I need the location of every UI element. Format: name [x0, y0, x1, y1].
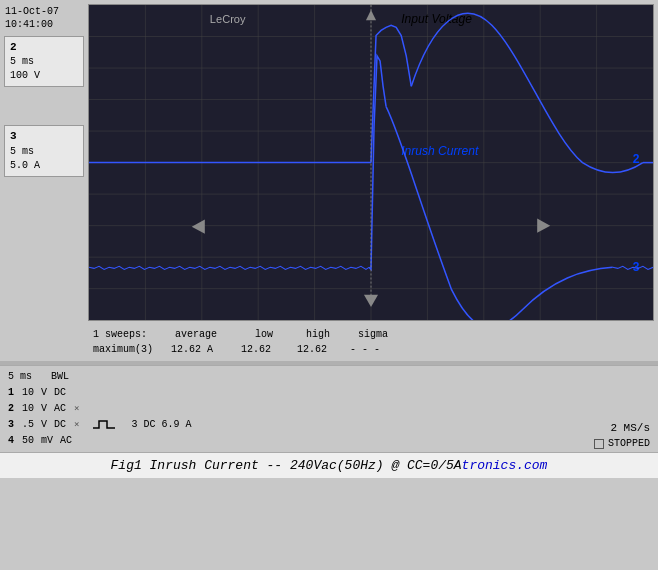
- ch3-ctrl-coupling: DC: [54, 417, 66, 433]
- ch3-ctrl-label: 3: [8, 417, 14, 433]
- ch2-row: 2 10 V AC ⨯: [8, 401, 192, 417]
- stats-row-label: maximum(3): [93, 342, 153, 357]
- ch2-timebase: 5 ms: [10, 55, 78, 69]
- scope-svg: LeCroy Input Voltage 2 Inrush Current 3: [89, 5, 653, 320]
- stopped-box: STOPPED: [594, 438, 650, 449]
- ch3-bwl-x: ⨯: [74, 418, 79, 432]
- ch4-ctrl-scale: 50: [22, 433, 34, 449]
- ch1-unit: V: [41, 385, 47, 401]
- ch3-scale: 5.0 A: [10, 159, 78, 173]
- ch3-dc-label: 3 DC 6.9 A: [131, 417, 191, 433]
- right-controls: 2 MS/s STOPPED: [594, 422, 650, 449]
- ch3-timebase: 5 ms: [10, 145, 78, 159]
- ch2-scale: 100 V: [10, 69, 78, 83]
- caption-section: Fig1 Inrush Current -- 240Vac(50Hz) @ CC…: [0, 452, 658, 478]
- ch2-box: 2 5 ms 100 V: [4, 36, 84, 87]
- ch4-ctrl-unit: mV: [41, 433, 53, 449]
- ch2-ctrl-unit: V: [41, 401, 47, 417]
- ch2-ctrl-coupling: AC: [54, 401, 66, 417]
- sweeps-label: 1 sweeps:: [93, 327, 147, 342]
- stats-avg-label: average: [175, 327, 217, 342]
- stats-avg-value: 12.62 A: [171, 342, 213, 357]
- stats-section: 1 sweeps: average low high sigma maximum…: [0, 323, 658, 361]
- main-container: 11-Oct-07 10:41:00 2 5 ms 100 V 3 5 ms 5…: [0, 0, 658, 570]
- ch2-ctrl-scale: 10: [22, 401, 34, 417]
- status-label: STOPPED: [608, 438, 650, 449]
- ch4-ctrl-coupling: AC: [60, 433, 72, 449]
- ch3-ctrl-unit: V: [41, 417, 47, 433]
- stats-low-label: low: [255, 327, 273, 342]
- ch1-label: 1: [8, 385, 14, 401]
- ch1-coupling: DC: [54, 385, 66, 401]
- stats-sigma-value: - - -: [350, 342, 380, 357]
- multi-controls: 5 ms BWL 1 10 V DC 2 10 V AC ⨯: [8, 369, 650, 449]
- sample-rate: 2 MS/s: [610, 422, 650, 434]
- ch3-ctrl-scale: .5: [22, 417, 34, 433]
- scope-display: LeCroy Input Voltage 2 Inrush Current 3: [88, 4, 654, 321]
- ch2-ctrl-label: 2: [8, 401, 14, 417]
- controls-section: 5 ms BWL 1 10 V DC 2 10 V AC ⨯: [0, 365, 658, 452]
- svg-text:Inrush Current: Inrush Current: [401, 144, 479, 158]
- stats-high-label: high: [306, 327, 330, 342]
- svg-text:LeCroy: LeCroy: [210, 13, 246, 25]
- ch3-row: 3 .5 V DC ⨯ 3 DC 6.9 A: [8, 417, 192, 433]
- square-wave-icon: [93, 418, 121, 432]
- ch3-number: 3: [10, 129, 78, 144]
- ch2-bwl-x: ⨯: [74, 402, 79, 416]
- ch1-scale: 10: [22, 385, 34, 401]
- left-controls: 5 ms BWL 1 10 V DC 2 10 V AC ⨯: [8, 369, 192, 449]
- ch3-box: 3 5 ms 5.0 A: [4, 125, 84, 176]
- date-display: 11-Oct-07: [5, 5, 83, 18]
- svg-text:2: 2: [633, 152, 640, 166]
- scope-section: 11-Oct-07 10:41:00 2 5 ms 100 V 3 5 ms 5…: [0, 0, 658, 323]
- time-display: 10:41:00: [5, 18, 83, 31]
- stats-low-value: 12.62: [241, 342, 271, 357]
- left-panel: 11-Oct-07 10:41:00 2 5 ms 100 V 3 5 ms 5…: [4, 4, 84, 321]
- ch4-ctrl-label: 4: [8, 433, 14, 449]
- ch2-number: 2: [10, 40, 78, 55]
- stats-high-value: 12.62: [297, 342, 327, 357]
- stats-sigma-label: sigma: [358, 327, 388, 342]
- datetime-box: 11-Oct-07 10:41:00: [4, 4, 84, 32]
- ch1-row: 1 10 V DC: [8, 385, 192, 401]
- stopped-square-icon: [594, 439, 604, 449]
- timebase-row: 5 ms BWL: [8, 369, 192, 385]
- timebase-value: 5 ms: [8, 369, 32, 385]
- caption-text: Fig1 Inrush Current -- 240Vac(50Hz) @ CC…: [111, 458, 462, 473]
- caption-suffix: tronics.com: [462, 458, 548, 473]
- ch4-row: 4 50 mV AC: [8, 433, 192, 449]
- bwl-label: BWL: [51, 369, 69, 385]
